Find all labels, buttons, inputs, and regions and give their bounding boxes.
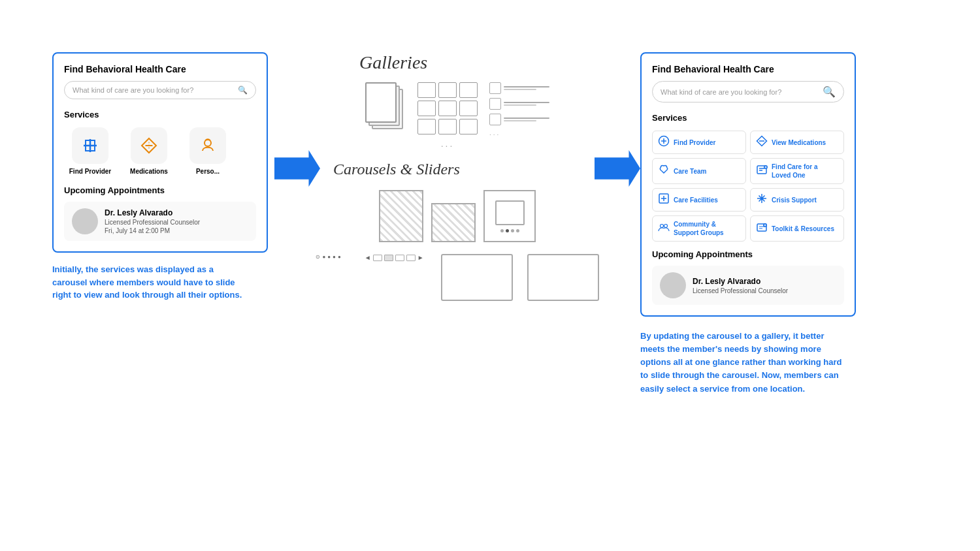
arrow-icon-right (595, 150, 640, 187)
grid-icon-care-facilities (658, 193, 670, 207)
service-item-medications[interactable]: Medications (123, 127, 175, 175)
service-item-personal[interactable]: Perso... (182, 127, 234, 175)
service-icon-find-provider (72, 127, 108, 164)
left-apt-date: Fri, July 14 at 2:00 PM (105, 227, 200, 234)
grid-item-find-provider[interactable]: Find Provider (652, 131, 746, 154)
grid-icon-medications (756, 135, 768, 150)
sketch-area: ... (320, 82, 595, 301)
sketch-list-item-1 (489, 82, 549, 94)
left-search-placeholder: What kind of care are you looking for? (73, 86, 193, 94)
grid-item-loved-one[interactable]: Find Care for a Loved One (750, 158, 844, 184)
middle-section: Galleries ... (320, 52, 595, 301)
arrow-icon-left (274, 150, 320, 187)
sketch-dots-1: ... (417, 138, 478, 149)
grid-label-care-team: Care Team (674, 167, 706, 176)
before-card: Find Behavioral Health Care What kind of… (52, 52, 268, 253)
left-card-title: Find Behavioral Health Care (64, 64, 256, 74)
grid-icon-find-provider (658, 135, 670, 150)
grid-item-crisis-support[interactable]: Crisis Support (750, 188, 844, 212)
left-apt-info: Dr. Lesly Alvarado Licensed Professional… (105, 208, 200, 234)
search-icon: 🔍 (238, 86, 248, 95)
grid-label-care-facilities: Care Facilities (674, 196, 718, 204)
grid-icon-loved-one (756, 164, 768, 178)
right-search-icon: 🔍 (823, 86, 836, 98)
service-icon-personal (189, 127, 226, 164)
left-avatar (72, 208, 98, 234)
grid-label-toolkit: Toolkit & Resources (772, 225, 834, 233)
right-section: Find Behavioral Health Care What kind of… (640, 52, 862, 396)
sketch-stack (365, 82, 404, 131)
sketch-list-item-2 (489, 98, 549, 110)
grid-icon-care-team (658, 164, 670, 178)
right-search-placeholder: What kind of care are you looking for? (661, 88, 781, 96)
left-description: Initially, the services was displayed as… (52, 263, 248, 302)
left-apt-name: Dr. Lesly Alvarado (105, 208, 200, 217)
sketch-bottom-left: ⊙●●●● (316, 254, 340, 260)
sketch-carousel-3 (483, 190, 536, 242)
grid-label-loved-one: Find Care for a Loved One (772, 163, 838, 180)
service-label-personal: Perso... (196, 168, 220, 175)
left-appointments-label: Upcoming Appointments (64, 185, 256, 195)
sketch-dots-2: ... (489, 129, 549, 136)
services-carousel: Find Provider Medications (64, 127, 256, 175)
service-label-find-provider: Find Provider (69, 168, 111, 175)
right-appointments-label: Upcoming Appointments (652, 249, 844, 259)
grid-label-medications: View Medications (772, 138, 826, 147)
right-appointment-card: Dr. Lesly Alvarado Licensed Professional… (652, 266, 844, 305)
grid-label-find-provider: Find Provider (674, 138, 715, 147)
sketch-carousel-1 (379, 190, 423, 242)
sketch-modal-right (527, 254, 599, 301)
grid-icon-crisis-support (756, 193, 768, 207)
svg-point-6 (664, 225, 668, 228)
after-card: Find Behavioral Health Care What kind of… (640, 52, 856, 317)
sketch-bottom-section: ⊙●●●● ◄ ► (316, 254, 598, 301)
right-card-title: Find Behavioral Health Care (652, 64, 844, 74)
left-section: Find Behavioral Health Care What kind of… (52, 52, 274, 302)
sketch-gallery-row: ... (365, 82, 549, 150)
grid-item-care-team[interactable]: Care Team (652, 158, 746, 184)
left-services-label: Services (64, 110, 256, 119)
svg-point-5 (661, 225, 664, 228)
sketch-grid (417, 82, 478, 134)
right-description: By updating the carousel to a gallery, i… (640, 330, 849, 396)
arrow-left-to-middle (274, 52, 320, 187)
sketch-modal-large (441, 254, 513, 301)
service-item-find-provider[interactable]: Find Provider (64, 127, 116, 175)
sketch-carousels-row (379, 190, 536, 242)
grid-item-medications[interactable]: View Medications (750, 131, 844, 154)
right-avatar (660, 272, 686, 298)
grid-label-crisis-support: Crisis Support (772, 196, 817, 204)
grid-item-toolkit[interactable]: Toolkit & Resources (750, 215, 844, 242)
left-appointment-card: Dr. Lesly Alvarado Licensed Professional… (64, 202, 256, 241)
sketch-carousel-2 (431, 203, 476, 242)
grid-item-care-facilities[interactable]: Care Facilities (652, 188, 746, 212)
arrow-middle-to-right (595, 52, 640, 187)
sketch-bottom-right: ◄ ► (365, 254, 424, 261)
service-label-medications: Medications (130, 168, 168, 175)
service-icon-medications (131, 127, 167, 164)
sketch-list: ... (489, 82, 549, 136)
grid-item-community[interactable]: Community & Support Groups (652, 215, 746, 242)
sketch-grid-container: ... (417, 82, 478, 150)
sketch-list-item-3 (489, 114, 549, 125)
left-search-bar[interactable]: What kind of care are you looking for? 🔍 (64, 81, 256, 99)
galleries-title: Galleries (359, 52, 427, 73)
grid-icon-toolkit (756, 221, 768, 236)
services-grid: Find Provider View Medications Care Team (652, 131, 844, 242)
right-apt-name: Dr. Lesly Alvarado (693, 277, 788, 286)
right-apt-info: Dr. Lesly Alvarado Licensed Professional… (693, 277, 788, 294)
grid-label-community: Community & Support Groups (674, 220, 740, 237)
grid-icon-community (658, 221, 670, 236)
carousels-title: Carousels & Sliders (333, 161, 460, 178)
right-search-bar[interactable]: What kind of care are you looking for? 🔍 (652, 81, 844, 102)
right-services-label: Services (652, 113, 844, 123)
right-apt-role: Licensed Professional Counselor (693, 287, 788, 294)
left-apt-role: Licensed Professional Counselor (105, 219, 200, 226)
